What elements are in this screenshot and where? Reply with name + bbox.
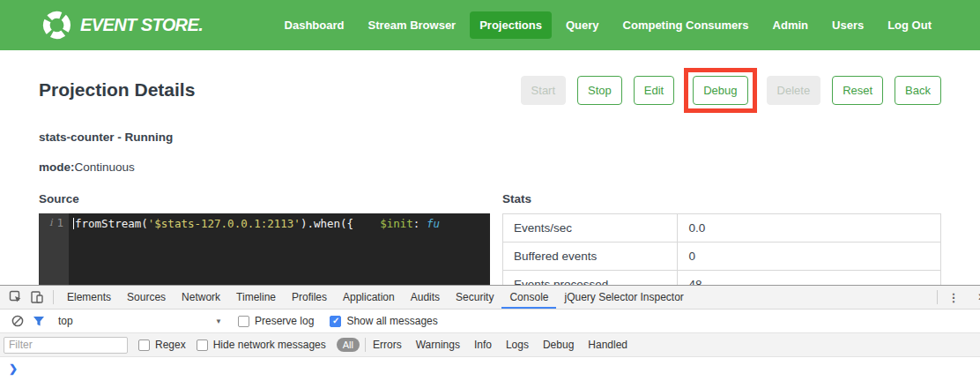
gutter-info-icon: i xyxy=(49,217,53,228)
mode-value: Continuous xyxy=(75,160,135,174)
edit-button[interactable]: Edit xyxy=(634,76,674,105)
tab-elements[interactable]: Elements xyxy=(59,286,119,309)
tab-profiles[interactable]: Profiles xyxy=(284,286,335,309)
chevron-down-icon: ▼ xyxy=(215,317,222,325)
debug-button[interactable]: Debug xyxy=(693,76,747,105)
eventstore-brand[interactable]: EVENT STORE. xyxy=(42,11,203,40)
tab-console[interactable]: Console xyxy=(501,286,556,309)
eventstore-logo-icon xyxy=(42,11,71,40)
projection-actions: Start Stop Edit Debug Delete Reset Back xyxy=(521,76,941,105)
filterbar-separator xyxy=(365,338,366,352)
clear-console-icon[interactable] xyxy=(7,310,28,332)
nav-item-query[interactable]: Query xyxy=(556,11,609,39)
reset-button[interactable]: Reset xyxy=(832,76,883,105)
filter-info[interactable]: Info xyxy=(474,339,492,351)
regex-toggle[interactable]: Regex xyxy=(138,339,186,351)
filter-warnings[interactable]: Warnings xyxy=(416,339,460,351)
regex-checkbox[interactable] xyxy=(138,340,150,351)
nav-item-users[interactable]: Users xyxy=(822,11,873,39)
show-all-messages-label: Show all messages xyxy=(346,315,437,327)
nav-item-admin[interactable]: Admin xyxy=(763,11,818,39)
text-caret xyxy=(73,218,74,229)
table-row: Buffered events 0 xyxy=(503,242,940,271)
top-navbar: EVENT STORE. Dashboard Stream Browser Pr… xyxy=(0,0,980,50)
console-filterbar: Regex Hide network messages All Errors W… xyxy=(0,333,980,357)
preserve-log-label: Preserve log xyxy=(255,315,314,327)
start-button: Start xyxy=(521,76,566,105)
nav-item-projections[interactable]: Projections xyxy=(470,11,552,39)
device-toolbar-icon[interactable] xyxy=(26,286,48,309)
hide-network-toggle[interactable]: Hide network messages xyxy=(197,339,326,351)
back-button[interactable]: Back xyxy=(895,76,941,105)
filter-all-badge[interactable]: All xyxy=(337,338,360,352)
brand-text: EVENT STORE. xyxy=(80,15,203,35)
tab-application[interactable]: Application xyxy=(335,286,403,309)
show-all-messages-toggle[interactable]: Show all messages xyxy=(330,315,437,327)
stop-button[interactable]: Stop xyxy=(577,76,622,105)
execution-context-select[interactable]: top ▼ xyxy=(58,315,222,327)
delete-button: Delete xyxy=(767,76,821,105)
filter-handled[interactable]: Handled xyxy=(588,339,627,351)
page-content: Projection Details Start Stop Edit Debug… xyxy=(0,68,980,312)
tab-security[interactable]: Security xyxy=(448,286,501,309)
hide-network-checkbox[interactable] xyxy=(197,340,208,351)
tabbar-right-controls: ⋮ xyxy=(932,286,980,309)
nav-item-logout[interactable]: Log Out xyxy=(878,11,941,39)
filter-debug[interactable]: Debug xyxy=(543,339,574,351)
nav-item-stream-browser[interactable]: Stream Browser xyxy=(358,11,465,39)
stats-panel-label: Stats xyxy=(502,192,941,205)
preserve-log-checkbox[interactable] xyxy=(238,316,249,327)
prompt-chevron-icon: ❯ xyxy=(9,362,18,375)
page-title: Projection Details xyxy=(39,79,195,101)
log-level-filters: Errors Warnings Info Logs Debug Handled xyxy=(373,339,627,351)
inspect-element-icon[interactable] xyxy=(5,286,26,309)
mode-label: mode: xyxy=(39,160,75,174)
show-all-messages-checkbox[interactable] xyxy=(330,316,341,327)
tab-audits[interactable]: Audits xyxy=(403,286,448,309)
table-row: Events/sec 0.0 xyxy=(503,214,940,242)
line-number: 1 xyxy=(56,216,63,229)
devtools-menu-icon[interactable]: ⋮ xyxy=(943,286,964,309)
hide-network-label: Hide network messages xyxy=(213,339,326,351)
filter-input[interactable] xyxy=(4,337,128,354)
tabbar-separator xyxy=(53,290,54,304)
nav-item-dashboard[interactable]: Dashboard xyxy=(275,11,354,39)
filter-errors[interactable]: Errors xyxy=(373,339,402,351)
nav-item-competing-consumers[interactable]: Competing Consumers xyxy=(613,11,759,39)
devtools-tabbar: Elements Sources Network Timeline Profil… xyxy=(0,286,980,310)
debug-highlight-annotation: Debug xyxy=(684,68,756,113)
execution-context-value: top xyxy=(58,315,73,327)
console-toolbar: top ▼ Preserve log Show all messages xyxy=(0,310,980,333)
devtools-panel: Elements Sources Network Timeline Profil… xyxy=(0,285,980,388)
projection-status: stats-counter - Running xyxy=(39,131,941,144)
projection-mode: mode:Continuous xyxy=(39,160,941,174)
source-panel-label: Source xyxy=(39,192,490,205)
tab-network[interactable]: Network xyxy=(174,286,228,309)
tabbar-separator xyxy=(937,290,938,304)
preserve-log-toggle[interactable]: Preserve log xyxy=(238,315,314,327)
tab-timeline[interactable]: Timeline xyxy=(228,286,284,309)
tab-sources[interactable]: Sources xyxy=(119,286,174,309)
main-nav: Dashboard Stream Browser Projections Que… xyxy=(275,11,941,39)
console-filter-icon[interactable] xyxy=(28,310,49,332)
regex-label: Regex xyxy=(155,339,186,351)
filter-logs[interactable]: Logs xyxy=(506,339,529,351)
console-prompt[interactable]: ❯ xyxy=(0,357,980,388)
tab-jquery-selector-inspector[interactable]: jQuery Selector Inspector xyxy=(556,286,691,309)
